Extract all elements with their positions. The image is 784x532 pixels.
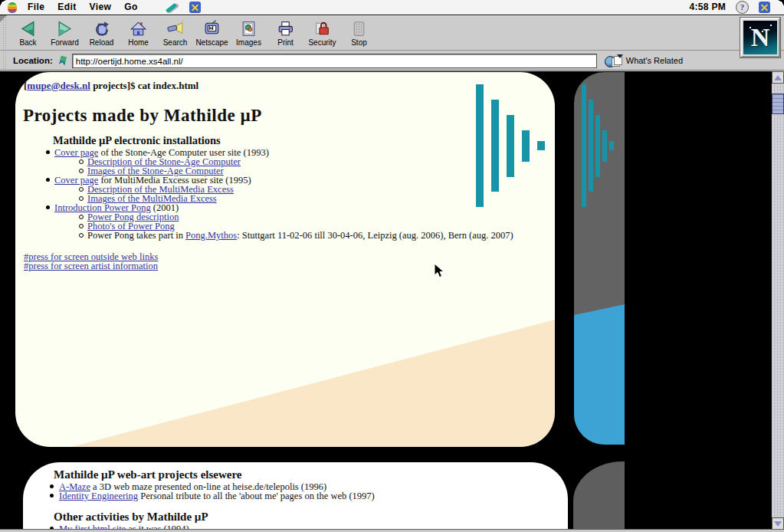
menu-go[interactable]: Go [124,0,137,15]
security-button[interactable]: Security [305,16,340,50]
window-bottom-edge [0,529,784,532]
screen: File Edit View Go 4:58 PM ? Back [0,0,784,532]
my-netscape-icon [202,19,222,38]
side-pill-graphic-bottom [573,461,625,530]
scroll-down-icon [774,521,782,527]
toolbar-grip[interactable] [2,18,8,48]
page-title: Projects made by Mathilde µP [23,107,555,125]
terminal-line: [mupe@desk.nl projects]$ cat index.html [24,80,555,91]
location-label: Location: [13,56,53,65]
equalizer-bar [609,141,614,150]
bottom-card: Mathilde µP web-art projects elsewere A-… [23,462,568,530]
menu-clock[interactable]: 4:58 PM [690,0,726,15]
section-title-other-activities: Other activities by Mathilde µP [54,511,568,523]
back-button[interactable]: Back [11,16,45,50]
page-content: [mupe@desk.nl projects]$ cat index.html … [0,71,784,530]
menu-file[interactable]: File [28,0,44,15]
netscape-logo-button[interactable]: N [740,18,780,57]
location-bar: Location: What's Related [0,51,784,71]
netscape-label: Netscape [195,39,228,47]
footer-links: #press for screen outside web links #pre… [24,252,555,271]
artist-information-link[interactable]: #press for screen artist information [24,261,555,271]
equalizer-bar [602,130,607,162]
stop-icon [349,19,369,38]
list-item: Power Pong takes part in Pong.Mythos: St… [15,231,555,240]
browser-window: Back Forward Reload [0,15,784,532]
search-button[interactable]: Search [158,16,192,50]
print-icon [275,19,296,38]
netscape-button[interactable]: Netscape [195,16,229,50]
section-title-web-art: Mathilde µP web-art projects elsewere [54,469,568,481]
reload-icon [91,19,112,38]
apple-menu-icon[interactable] [8,2,17,13]
print-button[interactable]: Print [268,16,303,50]
screen-corner [779,0,784,5]
identity-engineering-link[interactable]: Identity Engineering [59,491,138,501]
screen-corner [0,0,5,5]
images-label: Images [236,39,261,47]
location-bar-grip[interactable] [2,52,8,69]
navigation-toolbar: Back Forward Reload [0,15,784,51]
scroll-up-button[interactable] [772,71,784,84]
home-label: Home [128,39,149,47]
forward-icon [54,19,75,38]
scroll-down-button[interactable] [772,517,784,530]
scrollbar-thumb[interactable] [772,94,784,114]
scroll-up-icon [774,75,782,80]
whats-related-globe-icon [605,54,623,67]
vertical-scrollbar[interactable] [771,71,784,530]
equalizer-bar [582,84,586,207]
back-icon [18,19,38,38]
list-item: Identity Engineering Personal tribute to… [23,491,568,501]
app-star-icon[interactable] [189,2,201,13]
equalizer-bar [595,115,600,177]
bookmark-icon[interactable] [57,55,68,67]
equalizer-bar [589,100,593,192]
application-menu-icon[interactable] [759,2,770,13]
reload-label: Reload [90,39,114,47]
print-label: Print [277,39,294,47]
menu-bar: File Edit View Go 4:58 PM ? [0,0,784,15]
main-card: [mupe@desk.nl projects]$ cat index.html … [15,72,555,447]
menu-edit[interactable]: Edit [57,0,76,15]
pencil-menu-icon[interactable] [165,2,179,14]
menu-view[interactable]: View [90,0,112,15]
url-input[interactable] [72,54,597,68]
projects-list: Cover page of the Stone-Age Computer use… [15,148,555,240]
pong-mythos-link[interactable]: Pong.Mythos [185,230,237,241]
home-button[interactable]: Home [121,16,156,50]
forward-label: Forward [51,39,79,47]
reload-button[interactable]: Reload [84,16,119,50]
netscape-logo-letter: N [742,19,779,56]
images-icon [238,19,259,38]
whats-related-label: What's Related [626,56,683,65]
side-pill-graphic [574,72,625,445]
whats-related-button[interactable]: What's Related [605,54,683,67]
forward-button[interactable]: Forward [48,16,82,50]
back-label: Back [19,39,36,47]
images-button[interactable]: Images [231,16,266,50]
stop-button[interactable]: Stop [342,16,376,50]
equalizer-graphic-small [582,84,614,207]
search-label: Search [163,39,188,47]
home-icon [128,19,149,38]
email-link[interactable]: mupe@desk.nl [27,80,90,91]
security-icon [312,19,333,38]
help-menu-icon[interactable]: ? [736,1,749,14]
security-label: Security [308,39,336,47]
section-title-installations: Mathilde µP electronic installations [53,135,555,146]
stop-label: Stop [351,39,367,47]
search-icon [165,19,185,38]
toolbar-collapse-tab[interactable] [0,15,7,22]
menu-bar-right: 4:58 PM ? [690,0,784,15]
